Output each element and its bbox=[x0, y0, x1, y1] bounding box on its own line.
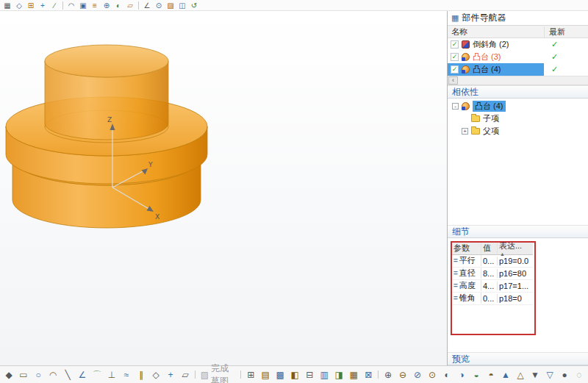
toolbar-icon[interactable]: ∕ bbox=[49, 1, 60, 10]
toolbar-icon[interactable]: ╲ bbox=[60, 368, 75, 382]
toolbar-icon[interactable]: ≈ bbox=[119, 368, 134, 382]
expression-icon: = bbox=[453, 269, 458, 277]
toolbar-icon[interactable]: ⊕ bbox=[381, 368, 395, 382]
z-axis-label: Z bbox=[107, 116, 112, 124]
dependency-parents-row[interactable]: + 父项 bbox=[448, 125, 588, 137]
top-toolbar: ▦◇⊞+∕ ◠▣≡⊕◐▱ ∠⊙▨◫↺ bbox=[0, 0, 588, 11]
toolbar-icon[interactable]: ⊟ bbox=[302, 368, 317, 382]
toolbar-icon[interactable]: ↺ bbox=[188, 1, 200, 10]
feature-row-chamfer[interactable]: ✓ 倒斜角 (2) ✓ bbox=[448, 38, 588, 51]
toolbar-icon[interactable]: ◐ bbox=[112, 1, 124, 10]
toolbar-icon[interactable]: ▤ bbox=[258, 368, 273, 382]
detail-row[interactable]: =高度 4... p17=1... bbox=[452, 280, 533, 293]
toolbar-icon[interactable]: ◧ bbox=[287, 368, 302, 382]
toolbar-icon[interactable]: ⊙ bbox=[153, 1, 165, 10]
column-name[interactable]: 名称 bbox=[448, 26, 544, 37]
feature-row-boss4-selected[interactable]: ✓ 凸台 (4) ✓ bbox=[448, 63, 588, 76]
preview-section-header[interactable]: 预览 bbox=[448, 352, 588, 365]
toolbar-icon[interactable]: ⊠ bbox=[361, 368, 376, 382]
feature-label: 倒斜角 (2) bbox=[473, 39, 509, 50]
toolbar-icon[interactable]: ● bbox=[557, 368, 572, 382]
bottom-toolbar: ◆▭○◠╲∠⌒⊥≈∥◇+▱ ▨ 完成草图 ⊞▤▩◧⊟▥◨▦⊠ ⊕⊖⊘⊙◐◑◒◓▲… bbox=[0, 365, 588, 383]
toolbar-icon[interactable]: ▲ bbox=[498, 368, 513, 382]
toolbar-icon[interactable]: ▭ bbox=[16, 368, 31, 382]
status-check-icon: ✓ bbox=[551, 65, 558, 74]
toolbar-icon[interactable]: ◑ bbox=[454, 368, 469, 382]
toolbar-icon[interactable]: △ bbox=[513, 368, 528, 382]
scroll-left-button[interactable]: ‹ bbox=[448, 76, 458, 85]
toolbar-icon[interactable]: ∠ bbox=[141, 1, 153, 10]
dependencies-tree: - 凸台 (4) 子项 + 父项 bbox=[448, 99, 588, 139]
navigator-hscrollbar[interactable]: ‹ bbox=[448, 76, 588, 85]
toolbar-icon[interactable]: ◆ bbox=[1, 368, 16, 382]
boss-feature-icon bbox=[462, 53, 470, 61]
toolbar-icon[interactable]: ▨ bbox=[165, 1, 176, 10]
column-status[interactable]: 最新 bbox=[544, 26, 588, 37]
toolbar-icon[interactable]: ▼ bbox=[528, 368, 542, 382]
toolbar-icon[interactable]: ◠ bbox=[65, 1, 77, 10]
toolbar-icon[interactable]: ⊘ bbox=[410, 368, 425, 382]
toolbar-icon[interactable]: ◓ bbox=[484, 368, 498, 382]
dependencies-section-header[interactable]: 相依性 bbox=[448, 85, 588, 99]
toolbar-icon[interactable]: ⊖ bbox=[395, 368, 410, 382]
toolbar-icon[interactable]: ∠ bbox=[75, 368, 90, 382]
toolbar-icon[interactable]: ∥ bbox=[134, 368, 148, 382]
toolbar-icon[interactable]: ▱ bbox=[178, 368, 193, 382]
dependency-root-row[interactable]: - 凸台 (4) bbox=[448, 100, 588, 112]
collapse-expander-icon[interactable]: - bbox=[452, 103, 459, 110]
toolbar-icon[interactable]: ⊙ bbox=[425, 368, 440, 382]
3d-viewport[interactable]: Z Y X bbox=[0, 11, 447, 365]
toolbar-icon[interactable]: + bbox=[163, 368, 178, 382]
col-expression[interactable]: 表达...▲ bbox=[498, 240, 533, 257]
toolbar-icon[interactable]: ◠ bbox=[46, 368, 60, 382]
detail-row[interactable]: =直径 8... p16=80 bbox=[452, 268, 533, 280]
toolbar-icon[interactable]: ▩ bbox=[273, 368, 287, 382]
toolbar-icon[interactable]: ⊞ bbox=[243, 368, 258, 382]
toolbar-icon[interactable]: ▣ bbox=[77, 1, 89, 10]
toolbar-icon[interactable]: ⊕ bbox=[101, 1, 112, 10]
toolbar-icon[interactable]: ◨ bbox=[331, 368, 346, 382]
dependency-children-row[interactable]: 子项 bbox=[448, 112, 588, 125]
param-expression: p19=0.0 bbox=[498, 257, 533, 265]
toolbar-icon[interactable]: ⊞ bbox=[25, 1, 37, 10]
expand-expander-icon[interactable]: + bbox=[462, 128, 468, 135]
toolbar-icon[interactable]: ▦ bbox=[346, 368, 361, 382]
toolbar-icon[interactable]: ◫ bbox=[176, 1, 188, 10]
checkbox-icon[interactable]: ✓ bbox=[451, 65, 459, 74]
sort-ascending-icon[interactable]: ▲ bbox=[500, 251, 533, 257]
param-name: 高度 bbox=[459, 280, 476, 291]
finish-sketch-button[interactable]: ▨ 完成草图 bbox=[201, 362, 236, 383]
toolbar-icon[interactable]: ▦ bbox=[1, 1, 13, 10]
toolbar-icon[interactable]: ▽ bbox=[542, 368, 557, 382]
checkbox-icon[interactable]: ✓ bbox=[451, 53, 459, 61]
panel-title: 部件导航器 bbox=[462, 12, 506, 24]
toolbar-icon[interactable]: ◐ bbox=[440, 368, 454, 382]
param-name: 锥角 bbox=[459, 293, 476, 304]
toolbar-icon[interactable]: ⊥ bbox=[104, 368, 119, 382]
toolbar-icon[interactable]: ⌒ bbox=[90, 368, 104, 382]
toolbar-icon[interactable]: ◇ bbox=[13, 1, 25, 10]
param-expression: p18=0 bbox=[498, 294, 533, 303]
detail-row[interactable]: =锥角 0... p18=0 bbox=[452, 293, 533, 305]
checkbox-icon[interactable]: ✓ bbox=[451, 40, 459, 49]
feature-row-boss3[interactable]: ✓ 凸台 (3) ✓ bbox=[448, 51, 588, 63]
details-section-header[interactable]: 细节 bbox=[448, 225, 588, 238]
col-value[interactable]: 值 bbox=[481, 243, 498, 254]
toolbar-icon[interactable]: ≡ bbox=[89, 1, 101, 10]
toolbar-icon[interactable]: ◌ bbox=[572, 368, 587, 382]
toolbar-icon[interactable]: ▱ bbox=[124, 1, 136, 10]
detail-row[interactable]: =平行 0... p19=0.0 bbox=[452, 255, 533, 268]
toolbar-icon[interactable]: ◇ bbox=[148, 368, 163, 382]
y-axis-label: Y bbox=[148, 161, 153, 168]
3d-model-canvas[interactable]: Z Y X bbox=[0, 11, 447, 365]
annotation-highlight-box: 参数 值 表达...▲ =平行 0... p19=0.0 =直径 8... p1… bbox=[451, 241, 536, 335]
toolbar-icon[interactable]: ○ bbox=[31, 368, 46, 382]
details-table-header: 参数 值 表达...▲ bbox=[452, 243, 533, 255]
toolbar-icon[interactable]: ◒ bbox=[469, 368, 484, 382]
toolbar-icon[interactable]: ▥ bbox=[317, 368, 331, 382]
parents-label: 父项 bbox=[483, 126, 499, 137]
model-boss-cylinder[interactable] bbox=[45, 45, 168, 140]
col-param[interactable]: 参数 bbox=[452, 243, 481, 254]
panel-title-bar: ▦ 部件导航器 bbox=[448, 11, 588, 26]
toolbar-icon[interactable]: + bbox=[37, 1, 49, 10]
